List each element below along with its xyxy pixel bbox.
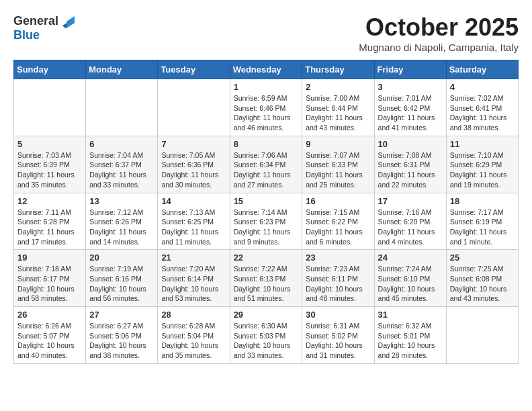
day-number: 20 — [89, 253, 154, 263]
calendar-cell: 11Sunrise: 7:10 AM Sunset: 6:29 PM Dayli… — [446, 136, 518, 193]
calendar-cell: 30Sunrise: 6:31 AM Sunset: 5:02 PM Dayli… — [302, 307, 374, 364]
day-info: Sunrise: 7:23 AM Sunset: 6:11 PM Dayligh… — [306, 264, 370, 304]
day-number: 18 — [450, 196, 515, 206]
day-number: 12 — [17, 196, 82, 206]
day-number: 22 — [234, 253, 299, 263]
day-info: Sunrise: 7:18 AM Sunset: 6:17 PM Dayligh… — [17, 264, 82, 304]
day-number: 29 — [234, 310, 299, 320]
calendar-cell: 20Sunrise: 7:19 AM Sunset: 6:16 PM Dayli… — [86, 250, 158, 307]
calendar-cell — [158, 79, 230, 136]
day-number: 17 — [378, 196, 443, 206]
day-of-week-thursday: Thursday — [302, 60, 374, 79]
day-info: Sunrise: 7:08 AM Sunset: 6:31 PM Dayligh… — [378, 150, 443, 190]
calendar-cell: 28Sunrise: 6:28 AM Sunset: 5:04 PM Dayli… — [158, 307, 230, 364]
day-info: Sunrise: 6:27 AM Sunset: 5:06 PM Dayligh… — [89, 321, 154, 361]
calendar-cell: 25Sunrise: 7:25 AM Sunset: 6:08 PM Dayli… — [446, 250, 518, 307]
day-number: 8 — [234, 139, 299, 149]
day-info: Sunrise: 7:12 AM Sunset: 6:26 PM Dayligh… — [89, 208, 154, 247]
calendar-header: SundayMondayTuesdayWednesdayThursdayFrid… — [14, 60, 519, 79]
calendar-cell: 21Sunrise: 7:20 AM Sunset: 6:14 PM Dayli… — [158, 250, 230, 307]
calendar-cell: 24Sunrise: 7:24 AM Sunset: 6:10 PM Dayli… — [374, 250, 446, 307]
day-of-week-saturday: Saturday — [446, 60, 518, 79]
day-info: Sunrise: 6:32 AM Sunset: 5:01 PM Dayligh… — [378, 321, 443, 361]
day-number: 21 — [161, 253, 226, 263]
day-info: Sunrise: 7:13 AM Sunset: 6:25 PM Dayligh… — [161, 208, 226, 247]
day-number: 26 — [17, 310, 82, 320]
calendar-cell: 4Sunrise: 7:02 AM Sunset: 6:41 PM Daylig… — [446, 79, 518, 136]
day-number: 19 — [17, 253, 82, 263]
day-info: Sunrise: 6:30 AM Sunset: 5:03 PM Dayligh… — [234, 321, 299, 361]
location: Mugnano di Napoli, Campania, Italy — [359, 42, 519, 53]
day-info: Sunrise: 7:25 AM Sunset: 6:08 PM Dayligh… — [450, 264, 515, 304]
logo: General Blue — [13, 13, 75, 42]
day-number: 1 — [234, 82, 299, 92]
day-number: 11 — [450, 139, 515, 149]
day-number: 7 — [161, 139, 226, 149]
calendar-week-2: 5Sunrise: 7:03 AM Sunset: 6:39 PM Daylig… — [14, 136, 519, 193]
day-info: Sunrise: 7:01 AM Sunset: 6:42 PM Dayligh… — [378, 93, 443, 133]
logo-text: General Blue — [13, 13, 75, 42]
calendar-cell: 17Sunrise: 7:16 AM Sunset: 6:20 PM Dayli… — [374, 193, 446, 250]
calendar-cell: 14Sunrise: 7:13 AM Sunset: 6:25 PM Dayli… — [158, 193, 230, 250]
day-info: Sunrise: 7:07 AM Sunset: 6:33 PM Dayligh… — [306, 150, 370, 190]
calendar-week-5: 26Sunrise: 6:26 AM Sunset: 5:07 PM Dayli… — [14, 307, 519, 364]
day-info: Sunrise: 7:05 AM Sunset: 6:36 PM Dayligh… — [161, 150, 226, 190]
day-number: 25 — [450, 253, 515, 263]
calendar-cell: 10Sunrise: 7:08 AM Sunset: 6:31 PM Dayli… — [374, 136, 446, 193]
calendar-cell: 23Sunrise: 7:23 AM Sunset: 6:11 PM Dayli… — [302, 250, 374, 307]
day-number: 28 — [161, 310, 226, 320]
day-number: 23 — [306, 253, 370, 263]
day-of-week-friday: Friday — [374, 60, 446, 79]
calendar-cell: 29Sunrise: 6:30 AM Sunset: 5:03 PM Dayli… — [230, 307, 302, 364]
calendar-cell: 31Sunrise: 6:32 AM Sunset: 5:01 PM Dayli… — [374, 307, 446, 364]
calendar-table: SundayMondayTuesdayWednesdayThursdayFrid… — [13, 60, 519, 364]
day-info: Sunrise: 7:06 AM Sunset: 6:34 PM Dayligh… — [234, 150, 299, 190]
calendar-cell: 9Sunrise: 7:07 AM Sunset: 6:33 PM Daylig… — [302, 136, 374, 193]
day-info: Sunrise: 7:03 AM Sunset: 6:39 PM Dayligh… — [17, 150, 82, 190]
day-number: 14 — [161, 196, 226, 206]
day-number: 30 — [306, 310, 370, 320]
calendar-cell — [446, 307, 518, 364]
day-number: 2 — [306, 82, 370, 92]
calendar-week-1: 1Sunrise: 6:59 AM Sunset: 6:46 PM Daylig… — [14, 79, 519, 136]
day-number: 10 — [378, 139, 443, 149]
day-info: Sunrise: 7:10 AM Sunset: 6:29 PM Dayligh… — [450, 150, 515, 190]
day-number: 31 — [378, 310, 443, 320]
day-number: 3 — [378, 82, 443, 92]
logo-blue: Blue — [13, 28, 75, 42]
day-number: 15 — [234, 196, 299, 206]
calendar-cell: 16Sunrise: 7:15 AM Sunset: 6:22 PM Dayli… — [302, 193, 374, 250]
calendar-cell: 18Sunrise: 7:17 AM Sunset: 6:19 PM Dayli… — [446, 193, 518, 250]
day-info: Sunrise: 7:11 AM Sunset: 6:28 PM Dayligh… — [17, 208, 82, 247]
day-of-week-wednesday: Wednesday — [230, 60, 302, 79]
day-info: Sunrise: 7:22 AM Sunset: 6:13 PM Dayligh… — [234, 264, 299, 304]
calendar-cell: 19Sunrise: 7:18 AM Sunset: 6:17 PM Dayli… — [14, 250, 86, 307]
svg-marker-1 — [66, 16, 75, 28]
month-title: October 2025 — [359, 13, 519, 42]
day-number: 5 — [17, 139, 82, 149]
day-info: Sunrise: 7:02 AM Sunset: 6:41 PM Dayligh… — [450, 93, 515, 133]
logo-general: General — [13, 14, 58, 28]
day-info: Sunrise: 7:20 AM Sunset: 6:14 PM Dayligh… — [161, 264, 226, 304]
calendar-cell: 6Sunrise: 7:04 AM Sunset: 6:37 PM Daylig… — [86, 136, 158, 193]
day-number: 4 — [450, 82, 515, 92]
day-info: Sunrise: 7:15 AM Sunset: 6:22 PM Dayligh… — [306, 208, 370, 247]
calendar-cell: 12Sunrise: 7:11 AM Sunset: 6:28 PM Dayli… — [14, 193, 86, 250]
calendar-cell: 2Sunrise: 7:00 AM Sunset: 6:44 PM Daylig… — [302, 79, 374, 136]
calendar-cell: 15Sunrise: 7:14 AM Sunset: 6:23 PM Dayli… — [230, 193, 302, 250]
day-info: Sunrise: 7:17 AM Sunset: 6:19 PM Dayligh… — [450, 208, 515, 247]
days-header-row: SundayMondayTuesdayWednesdayThursdayFrid… — [14, 60, 519, 79]
calendar-cell: 13Sunrise: 7:12 AM Sunset: 6:26 PM Dayli… — [86, 193, 158, 250]
day-number: 16 — [306, 196, 370, 206]
day-number: 6 — [89, 139, 154, 149]
day-info: Sunrise: 6:26 AM Sunset: 5:07 PM Dayligh… — [17, 321, 82, 361]
calendar-body: 1Sunrise: 6:59 AM Sunset: 6:46 PM Daylig… — [14, 79, 519, 364]
day-info: Sunrise: 6:28 AM Sunset: 5:04 PM Dayligh… — [161, 321, 226, 361]
calendar-cell: 22Sunrise: 7:22 AM Sunset: 6:13 PM Dayli… — [230, 250, 302, 307]
title-section: October 2025 Mugnano di Napoli, Campania… — [359, 13, 519, 53]
calendar-cell: 7Sunrise: 7:05 AM Sunset: 6:36 PM Daylig… — [158, 136, 230, 193]
calendar-cell: 5Sunrise: 7:03 AM Sunset: 6:39 PM Daylig… — [14, 136, 86, 193]
day-info: Sunrise: 6:59 AM Sunset: 6:46 PM Dayligh… — [234, 93, 299, 133]
calendar-cell: 1Sunrise: 6:59 AM Sunset: 6:46 PM Daylig… — [230, 79, 302, 136]
calendar-cell: 26Sunrise: 6:26 AM Sunset: 5:07 PM Dayli… — [14, 307, 86, 364]
